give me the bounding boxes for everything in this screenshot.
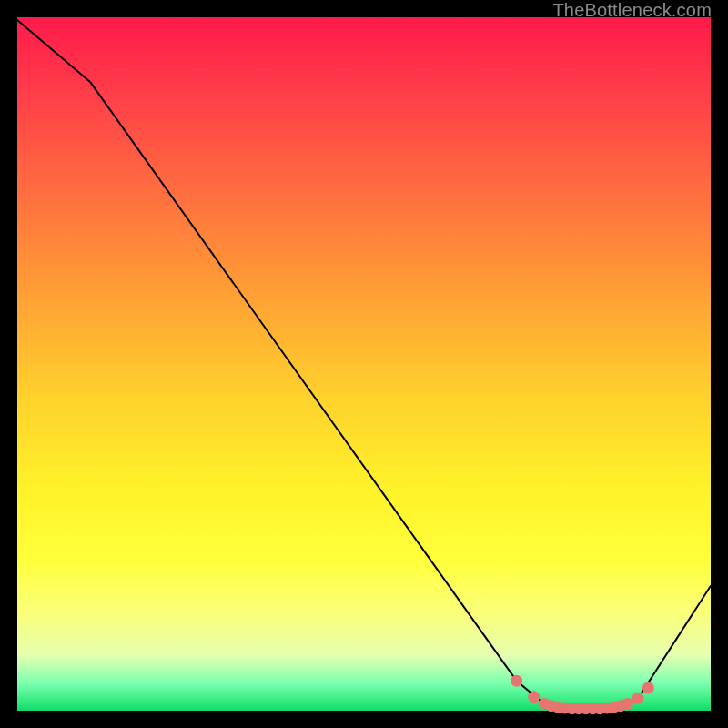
curve-markers <box>511 675 654 715</box>
curve-marker <box>622 698 633 710</box>
chart-stage: TheBottleneck.com <box>0 0 728 728</box>
attribution-label: TheBottleneck.com <box>552 0 712 20</box>
chart-svg <box>17 17 711 711</box>
curve-marker <box>528 691 540 703</box>
curve-marker <box>632 693 644 704</box>
bottleneck-curve <box>17 20 711 709</box>
curve-marker <box>642 682 654 693</box>
plot-area <box>17 17 711 711</box>
curve-marker <box>511 675 522 687</box>
